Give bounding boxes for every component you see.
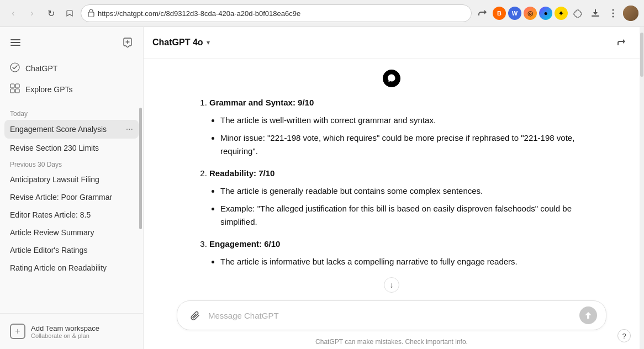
svg-point-8 [10,63,19,72]
today-section-label: Today [4,107,139,120]
list-item: Minor issue: "221-198 vote, which requir… [220,131,585,158]
back-button[interactable]: ‹ [6,6,21,21]
chatgpt-nav-label: ChatGPT [25,64,57,73]
list-item: The article is informative but lacks a c… [220,255,585,268]
svg-point-4 [613,16,614,18]
svg-rect-5 [10,39,20,40]
scroll-down-button[interactable]: ↓ [384,277,399,293]
svg-rect-12 [15,89,19,93]
scroll-down-indicator: ↓ [177,277,606,293]
chat-input-area [144,294,640,335]
browser-chrome: ‹ › ↻ https://chatgpt.com/c/8d9312d3-8cd… [0,0,644,27]
app-container: ChatGPT Explore GPTs Today Engagement Sc… [0,27,644,349]
list-item: Example: "The alleged justification for … [220,202,585,229]
extension-gradient-icon[interactable]: ◎ [524,7,537,20]
help-button[interactable]: ? [617,329,631,342]
chatgpt-icon [10,62,20,75]
brave-shield-icon[interactable]: B [493,7,506,20]
downloads-button[interactable] [588,6,603,21]
right-scrollbar-thumb [640,33,643,77]
sidebar-scrollbar[interactable] [139,102,142,313]
chat-item-revise-section[interactable]: Revise Section 230 Limits ··· [4,139,139,157]
item-title: Readability: 7/10 [209,168,275,178]
chat-item-article-review[interactable]: Article Review Summary [4,224,139,241]
item-title: Engagement: 6/10 [209,239,280,248]
chat-title-chevron[interactable]: ▾ [207,39,210,46]
chat-input-container [177,300,606,330]
svg-rect-10 [15,84,19,88]
chatgpt-logo-container [177,70,606,87]
lock-icon [88,9,94,18]
chat-item-text: Editor Rates Article: 8.5 [10,210,133,219]
disclaimer-text: ChatGPT can make mistakes. Check importa… [315,338,468,346]
svg-rect-0 [88,12,94,17]
previous-section-label: Previous 30 Days [4,157,139,171]
list-item: Grammar and Syntax: 9/10 The article is … [209,96,585,158]
chat-item-text: Revise Article: Poor Grammar [10,193,133,202]
add-team-text: Add Team workspace Collaborate on & plan [31,324,99,339]
chat-item-rating-article[interactable]: Rating Article on Readability [4,259,139,277]
chat-item-text: Article Editor's Ratings [10,246,133,255]
explore-gpts-label: Explore GPTs [25,85,73,94]
explore-gpts-icon [10,83,20,96]
list-item: Readability: 7/10 The article is general… [209,167,585,229]
chat-item-revise-article[interactable]: Revise Article: Poor Grammar [4,188,139,206]
svg-rect-11 [10,89,14,93]
svg-rect-6 [10,42,20,43]
right-scrollbar[interactable] [640,27,644,349]
message-input[interactable] [204,311,579,320]
chat-item-menu-icon[interactable]: ··· [126,124,133,134]
attachment-button[interactable] [186,306,204,324]
chat-title: ChatGPT 4o [152,38,203,47]
sidebar-item-explore-gpts[interactable]: Explore GPTs [4,79,139,100]
address-bar[interactable]: https://chatgpt.com/c/8d9312d3-8cda-420a… [81,4,472,22]
sidebar-footer: + Add Team workspace Collaborate on & pl… [0,313,143,349]
svg-point-2 [613,9,614,11]
forward-button[interactable]: › [24,6,40,21]
list-item: Engagement: 6/10 The article is informat… [209,237,585,268]
new-chat-button[interactable] [119,34,136,51]
browser-toolbar: ‹ › ↻ https://chatgpt.com/c/8d9312d3-8cd… [0,0,644,27]
add-team-subtitle: Collaborate on & plan [31,332,99,339]
svg-rect-9 [10,84,14,88]
sidebar-content: Today Engagement Score Analysis ··· Revi… [0,102,143,313]
sidebar-header [0,27,143,56]
chat-item-engagement-score[interactable]: Engagement Score Analysis ··· [4,120,139,139]
chat-header: ChatGPT 4o ▾ [144,27,640,59]
chat-item-anticipatory[interactable]: Anticipatory Lawsuit Filing [4,171,139,188]
reload-button[interactable]: ↻ [43,6,59,21]
chat-item-text: Rating Article on Readability [10,263,133,272]
menu-button[interactable] [605,6,621,21]
chat-messages[interactable]: Grammar and Syntax: 9/10 The article is … [144,59,640,294]
share-button[interactable] [475,6,490,21]
sidebar-item-chatgpt[interactable]: ChatGPT [4,58,139,79]
svg-rect-7 [10,45,20,46]
svg-rect-1 [592,15,599,17]
share-chat-button[interactable] [613,34,631,51]
chat-disclaimer: ChatGPT can make mistakes. Check importa… [144,335,640,349]
chatgpt-logo [383,70,400,87]
extensions-button[interactable] [570,6,585,21]
sidebar-nav: ChatGPT Explore GPTs [0,56,143,102]
extension-yellow-icon[interactable]: ✦ [555,7,568,20]
extension-circle-icon[interactable]: ● [539,7,552,20]
main-area: ChatGPT 4o ▾ [144,27,640,349]
add-team-workspace-button[interactable]: + Add Team workspace Collaborate on & pl… [4,319,139,343]
chat-item-text: Revise Section 230 Limits [10,144,124,152]
svg-point-3 [613,13,614,14]
user-avatar[interactable] [623,6,638,21]
add-team-title: Add Team workspace [31,324,99,332]
bookmark-button[interactable] [62,6,77,21]
chat-item-text: Anticipatory Lawsuit Filing [10,175,133,184]
chat-item-article-editors[interactable]: Article Editor's Ratings [4,241,139,259]
sidebar: ChatGPT Explore GPTs Today Engagement Sc… [0,27,144,349]
sidebar-toggle-button[interactable] [7,34,24,51]
url-text: https://chatgpt.com/c/8d9312d3-8cda-420a… [98,9,464,18]
extension-blue-icon[interactable]: W [508,7,521,20]
send-button[interactable] [579,306,597,324]
chat-item-editor-rates[interactable]: Editor Rates Article: 8.5 [4,206,139,224]
chat-item-text: Article Review Summary [10,228,133,237]
chat-header-actions [613,34,631,51]
list-item: The article is well-written with correct… [220,114,585,127]
message-content: Grammar and Syntax: 9/10 The article is … [198,96,585,268]
